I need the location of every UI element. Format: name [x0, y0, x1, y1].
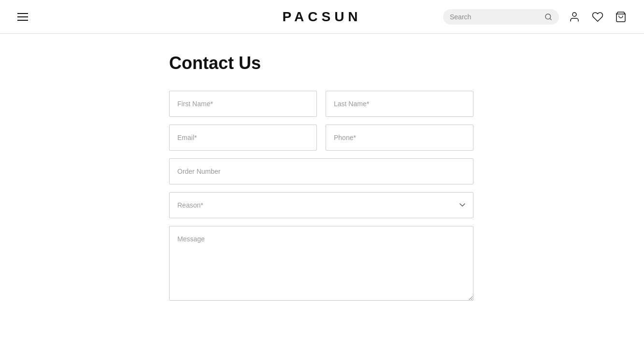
- page-title: Contact Us: [169, 53, 644, 73]
- reason-select[interactable]: Reason* Order Issue Return/Exchange Prod…: [169, 192, 473, 218]
- main-content: Contact Us Reason* Order Issue Return/Ex…: [0, 34, 644, 320]
- message-textarea[interactable]: [169, 226, 473, 301]
- svg-line-1: [550, 18, 551, 20]
- account-button[interactable]: [567, 9, 582, 25]
- phone-input[interactable]: [326, 125, 473, 151]
- search-container: [443, 9, 559, 25]
- contact-form: Reason* Order Issue Return/Exchange Prod…: [169, 91, 473, 301]
- svg-point-2: [572, 13, 576, 16]
- header-left: [15, 11, 30, 23]
- hamburger-menu-button[interactable]: [15, 11, 30, 23]
- last-name-input[interactable]: [326, 91, 473, 117]
- cart-button[interactable]: [613, 9, 629, 25]
- heart-icon: [592, 11, 603, 23]
- header-center: PACSUN: [282, 9, 361, 25]
- email-input[interactable]: [169, 125, 317, 151]
- search-icon-button[interactable]: [544, 13, 552, 21]
- order-number-input[interactable]: [169, 158, 473, 184]
- search-input[interactable]: [450, 13, 541, 21]
- wishlist-button[interactable]: [590, 9, 605, 25]
- site-header: PACSUN: [0, 0, 644, 34]
- header-right: [443, 9, 629, 25]
- name-row: [169, 91, 473, 117]
- site-logo: PACSUN: [282, 9, 361, 24]
- search-icon: [544, 13, 552, 21]
- bag-icon: [615, 11, 627, 23]
- user-icon: [569, 11, 580, 23]
- contact-row: [169, 125, 473, 151]
- first-name-input[interactable]: [169, 91, 317, 117]
